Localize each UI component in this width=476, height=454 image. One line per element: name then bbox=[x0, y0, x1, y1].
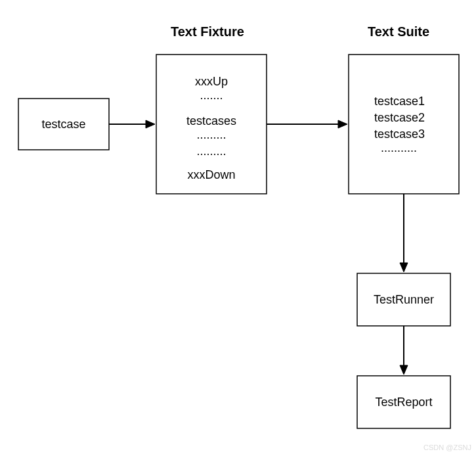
report-label: TestReport bbox=[375, 396, 432, 409]
arrow-head-4 bbox=[400, 365, 408, 375]
fixture-line-5: ········· bbox=[196, 147, 226, 160]
suite-title: Text Suite bbox=[368, 24, 429, 39]
suite-box bbox=[349, 55, 459, 194]
suite-line-2: testcase2 bbox=[374, 111, 425, 124]
arrow-head-3 bbox=[400, 263, 408, 272]
arrow-head-1 bbox=[146, 120, 155, 128]
suite-line-1: testcase1 bbox=[374, 95, 425, 108]
fixture-line-3: testcases bbox=[186, 114, 236, 127]
runner-label: TestRunner bbox=[374, 293, 434, 306]
testcase-label: testcase bbox=[41, 118, 85, 131]
suite-line-4: ··········· bbox=[381, 144, 417, 157]
fixture-line-4: ········· bbox=[196, 131, 226, 144]
fixture-line-6: xxxDown bbox=[187, 168, 235, 181]
fixture-title: Text Fixture bbox=[171, 24, 244, 39]
suite-line-3: testcase3 bbox=[374, 127, 425, 141]
arrow-head-2 bbox=[338, 120, 347, 128]
fixture-line-1: xxxUp bbox=[195, 75, 228, 88]
watermark-text: CSDN @ZSNJ bbox=[423, 443, 471, 451]
fixture-line-2: ······· bbox=[200, 91, 223, 104]
